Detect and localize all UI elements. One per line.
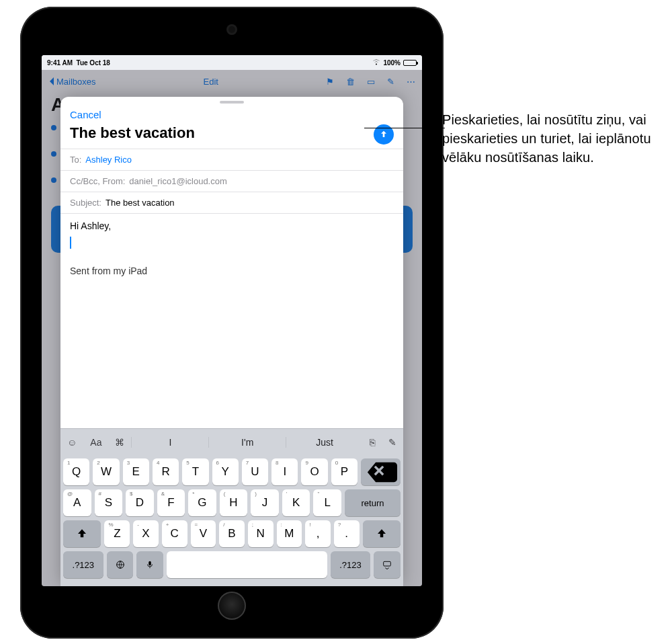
suggestion-1[interactable]: I xyxy=(131,437,208,448)
key-h[interactable]: (H xyxy=(220,489,248,516)
status-bar: 9:41 AM Tue Oct 18 100% xyxy=(42,55,422,70)
key-s[interactable]: #S xyxy=(95,489,123,516)
to-value[interactable]: Ashley Rico xyxy=(85,155,132,165)
key-f[interactable]: &F xyxy=(157,489,185,516)
ipad-inner: 9:41 AM Tue Oct 18 100% Mailboxes xyxy=(32,19,431,627)
camera-icon[interactable]: ⌘ xyxy=(108,437,131,448)
key-b[interactable]: /B xyxy=(219,520,245,547)
subject-field[interactable]: Subject: The best vacation xyxy=(60,192,403,213)
key-a[interactable]: @A xyxy=(63,489,91,516)
space-key[interactable] xyxy=(167,551,327,578)
subject-value[interactable]: The best vacation xyxy=(106,198,175,208)
compose-body[interactable]: Hi Ashley, Sent from my iPad xyxy=(60,213,403,428)
key-o[interactable]: 9O xyxy=(301,458,327,485)
suggestion-3[interactable]: Just xyxy=(286,437,363,448)
cancel-button[interactable]: Cancel xyxy=(70,109,101,120)
keyboard: ☺︎ Aa ⌘ I I'm Just ⎘ ✎ 1Q2W3E4R5T6Y7U8I9… xyxy=(60,428,403,586)
key-n[interactable]: ;N xyxy=(248,520,274,547)
ccbcc-field[interactable]: Cc/Bcc, From: daniel_rico1@icloud.com xyxy=(60,170,403,192)
text-caret xyxy=(70,237,71,249)
key-k[interactable]: 'K xyxy=(282,489,310,516)
return-key[interactable]: return xyxy=(345,489,401,516)
status-time: 9:41 AM Tue Oct 18 xyxy=(47,59,110,67)
key-e[interactable]: 3E xyxy=(123,458,149,485)
shift-key[interactable] xyxy=(363,520,401,547)
key-z[interactable]: %Z xyxy=(104,520,130,547)
dictate-key[interactable] xyxy=(136,551,163,578)
key-p[interactable]: 0P xyxy=(331,458,358,485)
key-g[interactable]: *G xyxy=(188,489,216,516)
numbers-key[interactable]: .?123 xyxy=(63,551,103,578)
body-greeting: Hi Ashley, xyxy=(70,220,394,231)
markup-icon[interactable]: ✎ xyxy=(382,437,403,448)
ipad-frame: 9:41 AM Tue Oct 18 100% Mailboxes xyxy=(20,7,444,639)
wifi-icon xyxy=(372,59,380,67)
status-right: 100% xyxy=(372,59,417,67)
globe-key[interactable] xyxy=(107,551,134,578)
suggestion-2[interactable]: I'm xyxy=(208,437,286,448)
subject-label: Subject: xyxy=(70,198,101,208)
key-m[interactable]: :M xyxy=(277,520,302,547)
key-r[interactable]: 4R xyxy=(153,458,179,485)
keyboard-suggestion-bar: ☺︎ Aa ⌘ I I'm Just ⎘ ✎ xyxy=(60,429,403,456)
signature: Sent from my iPad xyxy=(70,266,394,276)
numbers-key[interactable]: .?123 xyxy=(331,551,371,578)
key-w[interactable]: 2W xyxy=(93,458,119,485)
backspace-key[interactable] xyxy=(361,458,401,485)
shift-key[interactable] xyxy=(63,520,101,547)
to-field[interactable]: To: Ashley Rico xyxy=(60,149,403,170)
home-button[interactable] xyxy=(218,592,246,620)
key-d[interactable]: $D xyxy=(126,489,154,516)
key-c[interactable]: +C xyxy=(162,520,187,547)
format-icon[interactable]: Aa xyxy=(83,437,108,448)
from-value: daniel_rico1@icloud.com xyxy=(129,176,226,186)
compose-sheet: Cancel The best vacation To: Ashley Rico… xyxy=(60,97,403,586)
key-y[interactable]: 6Y xyxy=(212,458,239,485)
key-t[interactable]: 5T xyxy=(182,458,208,485)
to-label: To: xyxy=(70,155,81,165)
key-u[interactable]: 7U xyxy=(242,458,268,485)
compose-title: The best vacation xyxy=(60,120,204,149)
scan-icon[interactable]: ⎘ xyxy=(363,437,382,448)
svg-rect-2 xyxy=(384,561,391,566)
key-,[interactable]: !, xyxy=(305,520,331,547)
emoji-icon[interactable]: ☺︎ xyxy=(60,437,83,448)
battery-pct: 100% xyxy=(383,59,401,67)
callout-leader xyxy=(364,128,445,128)
key-j[interactable]: )J xyxy=(251,489,279,516)
key-.[interactable]: ?. xyxy=(334,520,360,547)
key-i[interactable]: 8I xyxy=(271,458,298,485)
keyboard-keys: 1Q2W3E4R5T6Y7U8I9O0P @A#S$D&F*G(H)J'K"Lr… xyxy=(60,456,403,586)
key-q[interactable]: 1Q xyxy=(63,458,89,485)
key-x[interactable]: -X xyxy=(133,520,159,547)
front-camera xyxy=(228,26,235,33)
screen: 9:41 AM Tue Oct 18 100% Mailboxes xyxy=(42,55,422,586)
hide-keyboard-key[interactable] xyxy=(374,551,401,578)
key-v[interactable]: =V xyxy=(191,520,216,547)
ccbcc-label: Cc/Bcc, From: xyxy=(70,176,125,186)
svg-rect-1 xyxy=(149,561,152,565)
callout-text: Pieskarieties, lai nosūtītu ziņu, vai pi… xyxy=(442,110,657,167)
battery-icon xyxy=(403,60,417,66)
key-l[interactable]: "L xyxy=(313,489,341,516)
